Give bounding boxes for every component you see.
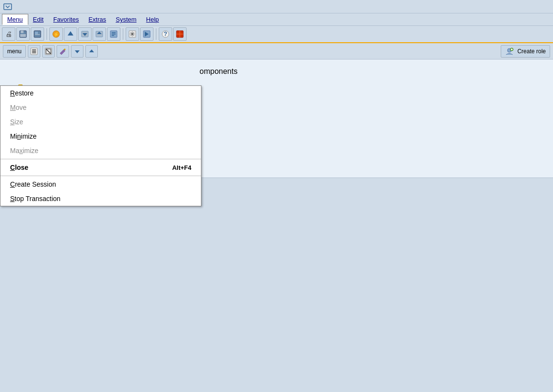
- move-label: Move: [10, 104, 26, 111]
- grid-button[interactable]: [173, 27, 187, 41]
- context-menu: Restore Move Size Minimize Maximize Clos…: [0, 85, 201, 206]
- minimize-menu-item[interactable]: Minimize: [0, 129, 201, 143]
- restore-label: Restore: [10, 89, 34, 97]
- close-label: Close: [10, 164, 28, 171]
- create-session-menu-item[interactable]: Create Session: [0, 177, 201, 191]
- size-menu-item: Size: [0, 115, 201, 129]
- up-button[interactable]: [64, 27, 77, 41]
- stop-transaction-label: Stop Transaction: [10, 195, 60, 202]
- toolbar-sep-1: [47, 28, 47, 40]
- main-toolbar: 🖨 ⚡: [0, 26, 553, 43]
- open-button[interactable]: [31, 27, 44, 41]
- settings-button[interactable]: [93, 27, 106, 41]
- create-role-button[interactable]: Create role: [501, 45, 550, 58]
- close-menu-item[interactable]: Close Alt+F4: [0, 160, 201, 175]
- svg-rect-0: [4, 4, 12, 10]
- svg-marker-32: [89, 49, 94, 52]
- svg-text:⚡: ⚡: [53, 31, 59, 37]
- copy-button[interactable]: [107, 27, 120, 41]
- asterisk-button[interactable]: ✳: [126, 27, 139, 41]
- expand-all-button[interactable]: [28, 45, 40, 58]
- edit-button[interactable]: [57, 45, 69, 58]
- move-up-button[interactable]: [85, 45, 98, 58]
- flag-button[interactable]: [140, 27, 153, 41]
- menu-bar-item-menu[interactable]: Menu: [2, 14, 28, 25]
- restore-menu-item[interactable]: Restore: [0, 86, 201, 100]
- stop-transaction-menu-item[interactable]: Stop Transaction: [0, 191, 201, 206]
- menu-button[interactable]: menu: [3, 45, 26, 58]
- move-down-button[interactable]: [71, 45, 83, 58]
- minimize-label: Minimize: [10, 132, 36, 140]
- menu-button-label: menu: [7, 48, 22, 55]
- svg-rect-2: [21, 31, 24, 33]
- create-session-label: Create Session: [10, 180, 56, 188]
- menu-bar-item-system[interactable]: System: [111, 14, 141, 24]
- help-button[interactable]: ?: [159, 27, 172, 41]
- svg-text:✳: ✳: [129, 30, 135, 38]
- separator-1: [0, 159, 201, 159]
- separator-2: [0, 176, 201, 176]
- save-button[interactable]: [16, 27, 30, 41]
- maximize-label: Maximize: [10, 147, 38, 154]
- partial-text: omponents: [8, 63, 545, 82]
- collapse-all-button[interactable]: [42, 45, 55, 58]
- maximize-menu-item: Maximize: [0, 143, 201, 158]
- title-bar: [0, 0, 553, 13]
- menu-bar-item-favorites[interactable]: Favorites: [48, 14, 83, 24]
- app-icon: [3, 2, 12, 12]
- svg-rect-5: [35, 32, 38, 34]
- size-label: Size: [10, 118, 23, 126]
- shortcut1-button[interactable]: ⚡: [49, 27, 63, 41]
- menu-bar: Menu Edit Favorites Extras System Help: [0, 13, 553, 26]
- menu-bar-item-extras[interactable]: Extras: [83, 14, 111, 24]
- svg-rect-3: [20, 34, 26, 37]
- close-shortcut: Alt+F4: [172, 164, 191, 171]
- menu-bar-item-help[interactable]: Help: [141, 14, 164, 24]
- content-wrapper: Restore Move Size Minimize Maximize Clos…: [0, 59, 553, 189]
- toolbar-sep-2: [123, 28, 123, 40]
- svg-marker-31: [75, 50, 80, 53]
- create-role-label: Create role: [518, 48, 546, 55]
- second-toolbar: menu: [0, 43, 553, 59]
- down-button[interactable]: [78, 27, 92, 41]
- menu-bar-item-edit[interactable]: Edit: [28, 14, 48, 24]
- move-menu-item: Move: [0, 100, 201, 115]
- svg-text:?: ?: [164, 31, 167, 37]
- svg-marker-9: [68, 31, 73, 36]
- print-button[interactable]: 🖨: [2, 27, 15, 41]
- toolbar-sep-3: [156, 28, 156, 40]
